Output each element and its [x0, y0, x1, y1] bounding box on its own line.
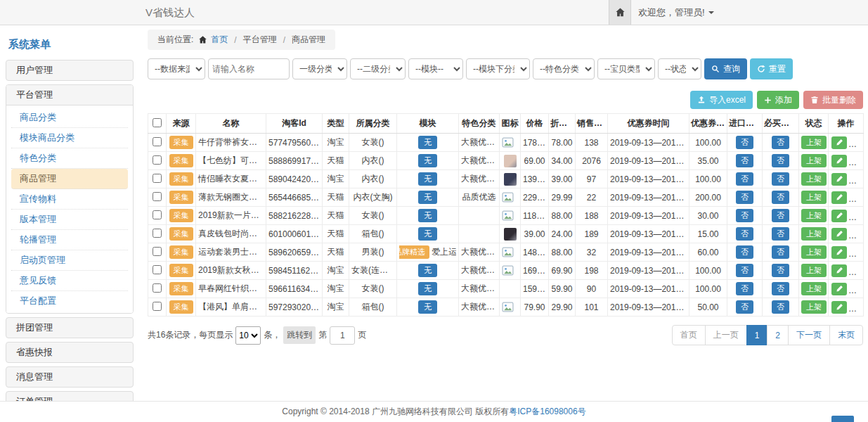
status-button[interactable]: 上架 — [801, 227, 827, 241]
filter-select---状态--[interactable]: --状态-- — [658, 58, 701, 79]
filter-select---数据来源--[interactable]: --数据来源-- — [148, 58, 205, 79]
row-checkbox[interactable] — [153, 229, 162, 238]
sidebar-item-意见反馈[interactable]: 意见反馈 — [11, 271, 128, 291]
edit-button[interactable] — [831, 210, 847, 222]
import-select-toggle-button[interactable]: 否 — [736, 154, 753, 167]
must-buy-toggle-button[interactable]: 否 — [772, 136, 789, 149]
name-search-input[interactable] — [208, 58, 290, 79]
row-checkbox[interactable] — [153, 283, 162, 293]
sidebar-section-header[interactable]: 平台管理 — [6, 85, 133, 106]
page-button-1[interactable]: 1 — [746, 325, 768, 345]
reset-button[interactable]: 重置 — [750, 58, 793, 79]
edit-button[interactable] — [831, 283, 847, 295]
status-button[interactable]: 上架 — [801, 191, 827, 204]
sidebar-section-header[interactable]: 省惠快报 — [6, 343, 133, 362]
page-button-末页[interactable]: 末页 — [829, 325, 863, 345]
filter-select---二级分类--[interactable]: --二级分类-- — [350, 58, 406, 79]
import-select-toggle-button[interactable]: 否 — [736, 227, 753, 241]
status-button[interactable]: 上架 — [801, 136, 827, 149]
edit-button[interactable] — [831, 136, 847, 149]
edit-button[interactable] — [831, 191, 847, 204]
row-checkbox[interactable] — [153, 302, 162, 311]
edit-button[interactable] — [831, 301, 847, 314]
must-buy-toggle-button[interactable]: 否 — [772, 172, 789, 186]
user-menu[interactable]: 欢迎您，管理员! — [638, 0, 714, 25]
search-button[interactable]: 查询 — [704, 58, 747, 79]
broken-image-icon — [502, 210, 514, 222]
edit-button[interactable] — [831, 155, 847, 167]
select-all-checkbox[interactable] — [153, 118, 162, 127]
page-button-2[interactable]: 2 — [767, 325, 789, 345]
coupon-amount: 30.00 — [689, 207, 727, 225]
import-select-toggle-button[interactable]: 否 — [736, 300, 753, 314]
import-select-toggle-button[interactable]: 否 — [736, 264, 753, 277]
status-button[interactable]: 上架 — [801, 172, 827, 186]
coupon-amount: 100.00 — [689, 280, 727, 298]
edit-button[interactable] — [831, 264, 847, 277]
must-buy-toggle-button[interactable]: 否 — [772, 191, 789, 204]
row-checkbox[interactable] — [153, 155, 162, 165]
must-buy-toggle-button[interactable]: 否 — [772, 209, 789, 222]
sidebar-item-平台配置[interactable]: 平台配置 — [11, 291, 128, 311]
row-checkbox[interactable] — [153, 192, 162, 201]
status-button[interactable]: 上架 — [801, 264, 827, 277]
row-checkbox[interactable] — [153, 247, 162, 256]
page-button-首页[interactable]: 首页 — [672, 325, 706, 345]
sidebar-item-商品分类[interactable]: 商品分类 — [11, 108, 128, 128]
page-jump-input[interactable] — [330, 326, 355, 345]
status-button[interactable]: 上架 — [801, 209, 827, 222]
filter-select---模块--[interactable]: --模块-- — [408, 58, 463, 79]
product-type: 天猫 — [323, 225, 349, 243]
status-button[interactable]: 上架 — [801, 154, 827, 167]
page-button-下一页[interactable]: 下一页 — [788, 325, 830, 345]
row-checkbox[interactable] — [153, 210, 162, 219]
icp-link[interactable]: 粤ICP备16098006号 — [509, 407, 585, 416]
import-select-toggle-button[interactable]: 否 — [736, 209, 753, 222]
per-page-select[interactable]: 10 — [235, 326, 261, 345]
breadcrumb-home-link[interactable]: 首页 — [211, 34, 228, 46]
must-buy-toggle-button[interactable]: 否 — [772, 245, 789, 259]
sidebar-section-header[interactable]: 消息管理 — [6, 367, 133, 387]
page-button-上一页[interactable]: 上一页 — [705, 325, 747, 345]
must-buy-toggle-button[interactable]: 否 — [772, 227, 789, 241]
import-select-toggle-button[interactable]: 否 — [736, 136, 753, 149]
sidebar-item-商品管理[interactable]: 商品管理 — [11, 169, 128, 189]
sidebar-item-模块商品分类[interactable]: 模块商品分类 — [11, 128, 128, 148]
edit-button[interactable] — [831, 246, 847, 259]
must-buy-toggle-button[interactable]: 否 — [772, 300, 789, 314]
must-buy-toggle-button[interactable]: 否 — [772, 154, 789, 167]
must-buy-toggle-button[interactable]: 否 — [772, 282, 789, 295]
sidebar-item-宣传物料[interactable]: 宣传物料 — [11, 189, 128, 210]
edit-button[interactable] — [831, 228, 847, 241]
import-select-toggle-button[interactable]: 否 — [736, 191, 753, 204]
back-to-top-button[interactable] — [831, 416, 854, 422]
add-button[interactable]: 添加 — [757, 91, 799, 109]
status-button[interactable]: 上架 — [801, 245, 827, 259]
sidebar-section-header[interactable]: 用户管理 — [6, 60, 133, 80]
row-checkbox[interactable] — [153, 265, 162, 274]
home-shortcut-button[interactable] — [609, 0, 631, 25]
batch-delete-button[interactable]: 批量删除 — [803, 91, 863, 109]
filter-select-一级分类[interactable]: 一级分类 — [292, 58, 347, 79]
sidebar-item-轮播管理[interactable]: 轮播管理 — [11, 230, 128, 250]
import-select-toggle-button[interactable]: 否 — [736, 172, 753, 186]
cell-status: 上架 — [799, 134, 829, 152]
must-buy-toggle-button[interactable]: 否 — [772, 264, 789, 277]
edit-button[interactable] — [831, 173, 847, 186]
cell-import-select: 否 — [727, 207, 763, 225]
import-select-toggle-button[interactable]: 否 — [736, 282, 753, 295]
status-button[interactable]: 上架 — [801, 300, 827, 314]
sidebar-item-特色分类[interactable]: 特色分类 — [11, 148, 128, 169]
sidebar-item-版本管理[interactable]: 版本管理 — [11, 210, 128, 230]
sidebar-section-header[interactable]: 拼团管理 — [6, 318, 133, 338]
import-select-toggle-button[interactable]: 否 — [736, 245, 753, 259]
filter-select---特色分类--[interactable]: --特色分类-- — [533, 58, 595, 79]
row-checkbox[interactable] — [153, 137, 162, 146]
sidebar-item-启动页管理[interactable]: 启动页管理 — [11, 250, 128, 271]
row-checkbox[interactable] — [153, 174, 162, 183]
filter-select---模块下分类--[interactable]: --模块下分类-- — [466, 58, 530, 79]
discount-price: 29.99 — [549, 188, 576, 207]
status-button[interactable]: 上架 — [801, 282, 827, 295]
filter-select---宝贝类型--[interactable]: --宝贝类型-- — [597, 58, 655, 79]
import-excel-button[interactable]: 导入excel — [690, 91, 753, 109]
